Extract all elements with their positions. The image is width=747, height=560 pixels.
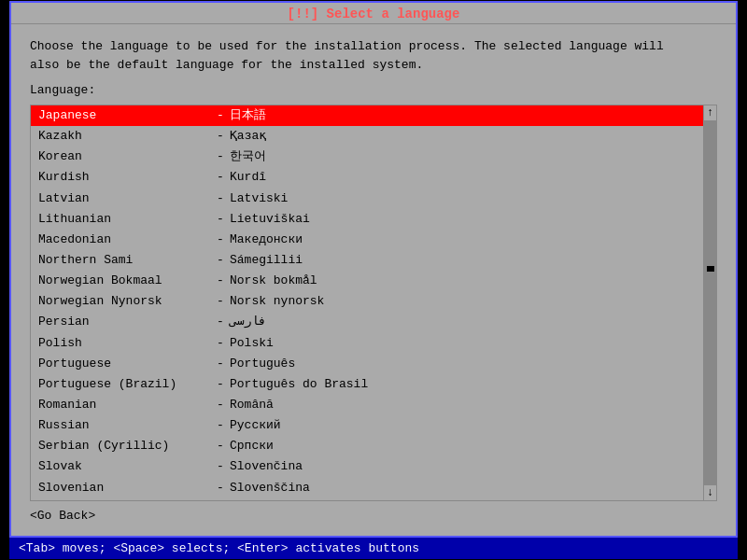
list-item[interactable]: Japanese-日本語 <box>31 105 703 126</box>
scrollbar-up-button[interactable]: ↑ <box>707 105 713 120</box>
list-item[interactable]: Portuguese (Brazil)-Português do Brasil <box>31 374 703 395</box>
lang-separator: - <box>211 272 230 290</box>
list-item[interactable]: Lithuanian-Lietuviškai <box>31 209 703 230</box>
list-item[interactable]: Slovak-Slovenčina <box>31 456 703 477</box>
lang-name: Polish <box>38 334 211 353</box>
lang-native: 日本語 <box>230 106 696 125</box>
lang-separator: - <box>211 499 230 500</box>
lang-separator: - <box>211 396 230 414</box>
lang-separator: - <box>211 292 230 311</box>
scrollbar-track[interactable] <box>704 120 716 485</box>
lang-name: Portuguese <box>38 355 211 373</box>
list-item[interactable]: Norwegian Nynorsk-Norsk nynorsk <box>31 291 703 312</box>
lang-separator: - <box>211 251 230 270</box>
list-item[interactable]: Spanish-Español <box>31 498 703 500</box>
description: Choose the language to be used for the i… <box>30 37 717 74</box>
list-item[interactable]: Serbian (Cyrillic)-Српски <box>31 436 703 456</box>
lang-name: Kazakh <box>38 127 211 146</box>
lang-name: Slovak <box>38 457 211 476</box>
description-line1: Choose the language to be used for the i… <box>30 37 717 56</box>
lang-separator: - <box>211 313 230 331</box>
lang-native: Norsk nynorsk <box>230 292 696 311</box>
dialog-window: [!!] Select a language Choose the langua… <box>9 1 738 538</box>
lang-native: 한국어 <box>230 147 696 166</box>
lang-separator: - <box>211 375 230 394</box>
lang-name: Serbian (Cyrillic) <box>38 437 211 455</box>
lang-name: Romanian <box>38 396 211 414</box>
list-item[interactable]: Northern Sami-Sámegillii <box>31 250 703 271</box>
lang-native: Қазақ <box>230 127 696 146</box>
lang-separator: - <box>211 231 230 249</box>
lang-name: Northern Sami <box>38 251 211 270</box>
list-item[interactable]: Korean-한국어 <box>31 147 703 167</box>
lang-separator: - <box>211 127 230 146</box>
status-bar: <Tab> moves; <Space> selects; <Enter> ac… <box>9 538 738 559</box>
scrollbar-down-button[interactable]: ↓ <box>707 485 713 500</box>
title-bar: [!!] Select a language <box>11 3 736 24</box>
lang-separator: - <box>211 479 230 497</box>
language-label: Language: <box>30 83 717 97</box>
lang-separator: - <box>211 355 230 373</box>
list-item[interactable]: Kazakh-Қазақ <box>31 126 703 147</box>
lang-name: Norwegian Nynorsk <box>38 292 211 311</box>
lang-native: Polski <box>230 334 696 353</box>
lang-native: Српски <box>230 437 696 455</box>
lang-name: Slovenian <box>38 479 211 497</box>
list-item[interactable]: Persian-فارسی <box>31 312 703 332</box>
list-item[interactable]: Kurdish-Kurdî <box>31 167 703 188</box>
list-item[interactable]: Slovenian-Slovenščina <box>31 478 703 498</box>
lang-name: Russian <box>38 416 211 435</box>
lang-name: Lithuanian <box>38 210 211 229</box>
lang-name: Portuguese (Brazil) <box>38 375 211 394</box>
lang-native: Kurdî <box>230 168 696 187</box>
lang-name: Macedonian <box>38 231 211 249</box>
lang-separator: - <box>211 168 230 187</box>
scrollbar-thumb <box>707 266 714 272</box>
lang-native: Slovenščina <box>230 479 696 497</box>
lang-separator: - <box>211 334 230 353</box>
lang-native: Русский <box>230 416 696 435</box>
lang-separator: - <box>211 147 230 166</box>
lang-name: Latvian <box>38 189 211 208</box>
list-item[interactable]: Norwegian Bokmaal-Norsk bokmål <box>31 271 703 291</box>
description-line2: also be the default language for the ins… <box>30 56 717 75</box>
lang-separator: - <box>211 457 230 476</box>
lang-name: Kurdish <box>38 168 211 187</box>
lang-name: Spanish <box>38 499 211 500</box>
lang-name: Japanese <box>38 106 211 125</box>
lang-native: Slovenčina <box>230 457 696 476</box>
lang-name: Persian <box>38 313 211 331</box>
go-back-area: <Go Back> <box>30 501 717 528</box>
go-back-button[interactable]: <Go Back> <box>30 509 95 523</box>
lang-native: Latviski <box>230 189 696 208</box>
lang-native: Sámegillii <box>230 251 696 270</box>
language-list-container: Japanese-日本語Kazakh-ҚазақKorean-한국어Kurdis… <box>30 105 717 501</box>
lang-separator: - <box>211 437 230 455</box>
lang-native: Македонски <box>230 231 696 249</box>
lang-native: Português do Brasil <box>230 375 696 394</box>
lang-name: Korean <box>38 147 211 166</box>
lang-native: Norsk bokmål <box>230 272 696 290</box>
lang-native: فارسی <box>230 313 696 331</box>
list-item[interactable]: Portuguese-Português <box>31 354 703 374</box>
lang-native: Lietuviškai <box>230 210 696 229</box>
lang-native: Português <box>230 355 696 373</box>
title-text: [!!] Select a language <box>288 7 460 21</box>
list-item[interactable]: Macedonian-Македонски <box>31 230 703 250</box>
lang-native: Română <box>230 396 696 414</box>
language-list[interactable]: Japanese-日本語Kazakh-ҚазақKorean-한국어Kurdis… <box>31 105 703 500</box>
content-area: Choose the language to be used for the i… <box>11 24 736 536</box>
lang-name: Norwegian Bokmaal <box>38 272 211 290</box>
list-item[interactable]: Latvian-Latviski <box>31 189 703 209</box>
scrollbar[interactable]: ↑ ↓ <box>703 105 716 500</box>
lang-separator: - <box>211 189 230 208</box>
lang-native: Español <box>230 499 696 500</box>
lang-separator: - <box>211 416 230 435</box>
list-item[interactable]: Russian-Русский <box>31 415 703 436</box>
list-item[interactable]: Polish-Polski <box>31 333 703 354</box>
list-item[interactable]: Romanian-Română <box>31 395 703 415</box>
lang-separator: - <box>211 210 230 229</box>
lang-separator: - <box>211 106 230 125</box>
